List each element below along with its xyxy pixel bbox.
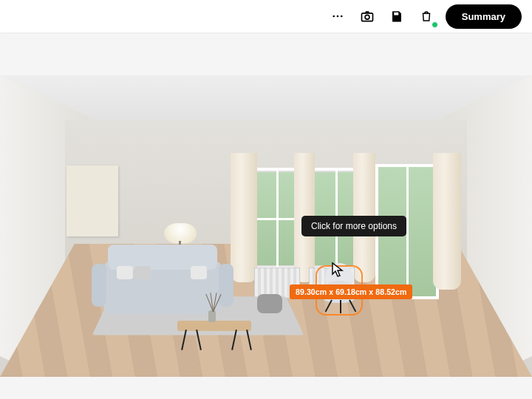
curtain (231, 153, 257, 282)
svg-point-0 (332, 16, 335, 18)
summary-button[interactable]: Summary (446, 4, 522, 29)
curtain (433, 153, 461, 290)
shopping-bag-icon[interactable] (416, 6, 437, 27)
pillow (134, 266, 151, 279)
pillow (191, 266, 207, 279)
bag-indicator-dot (432, 21, 438, 28)
svg-point-4 (365, 15, 369, 19)
wall-art[interactable] (66, 166, 118, 236)
canvas-wrap: Click for more options 89.30cm x 69.18cm… (0, 33, 532, 377)
context-tooltip[interactable]: Click for more options (301, 216, 406, 236)
vase (208, 310, 216, 322)
coffee-table[interactable] (177, 321, 251, 331)
pouf[interactable] (257, 294, 282, 313)
svg-point-1 (336, 16, 338, 18)
top-toolbar: Summary (0, 0, 532, 33)
svg-rect-3 (361, 13, 372, 21)
dimensions-badge: 89.30cm x 69.18cm x 88.52cm (290, 284, 412, 299)
room-canvas[interactable]: Click for more options 89.30cm x 69.18cm… (0, 75, 532, 377)
save-icon[interactable] (386, 6, 407, 27)
branches (205, 291, 220, 312)
more-icon[interactable] (327, 6, 348, 27)
svg-point-2 (341, 16, 343, 18)
camera-icon[interactable] (357, 6, 378, 27)
pillow (117, 266, 133, 279)
